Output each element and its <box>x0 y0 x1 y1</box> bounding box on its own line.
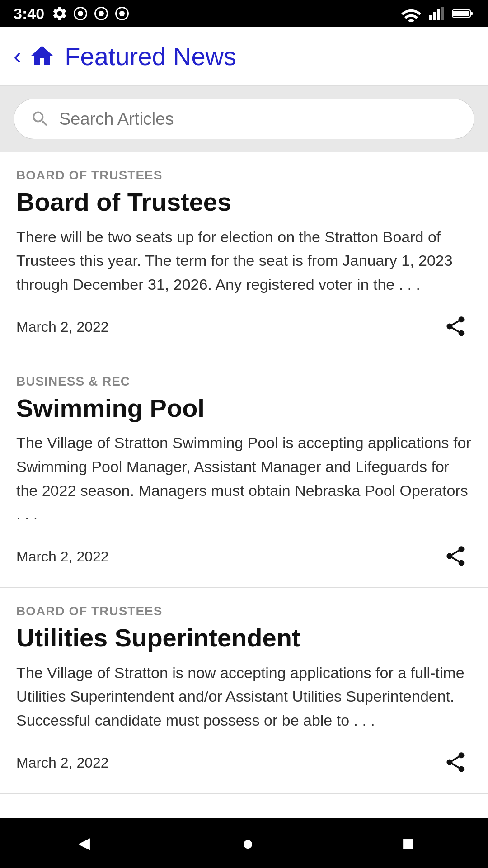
article-excerpt-2: The Village of Stratton Swimming Pool is… <box>16 431 472 526</box>
article-date-2: March 2, 2022 <box>16 548 109 565</box>
battery-icon <box>452 5 474 22</box>
article-title-2: Swimming Pool <box>16 394 472 422</box>
svg-rect-7 <box>433 12 436 20</box>
article-date-1: March 2, 2022 <box>16 319 109 335</box>
status-left: 3:40 <box>14 5 130 23</box>
settings-icon <box>52 5 68 22</box>
article-excerpt-1: There will be two seats up for election … <box>16 225 472 297</box>
article-category-2: BUSINESS & REC <box>16 374 472 389</box>
article-category-1: BOARD OF TRUSTEES <box>16 168 472 183</box>
back-button[interactable]: ‹ <box>14 42 21 70</box>
share-icon-3 <box>444 750 467 774</box>
article-date-3: March 2, 2022 <box>16 755 109 771</box>
bottom-nav: ◄ ● ■ <box>0 818 488 868</box>
search-container <box>0 86 488 152</box>
svg-point-1 <box>78 11 83 16</box>
nav-recents-icon: ■ <box>402 832 414 854</box>
article-card-2[interactable]: BUSINESS & REC Swimming Pool The Village… <box>0 358 488 588</box>
nav-back-icon: ◄ <box>74 832 94 854</box>
article-title-1: Board of Trustees <box>16 188 472 216</box>
share-icon-2 <box>444 544 467 568</box>
article-excerpt-3: The Village of Stratton is now accepting… <box>16 661 472 732</box>
music-icon-1 <box>72 5 89 22</box>
article-footer-2: March 2, 2022 <box>16 540 472 574</box>
nav-home-button[interactable]: ● <box>224 825 272 862</box>
home-icon[interactable] <box>28 42 56 70</box>
nav-back-button[interactable]: ◄ <box>56 825 112 862</box>
music-icon-2 <box>93 5 109 22</box>
article-footer-1: March 2, 2022 <box>16 310 472 344</box>
music-icon-3 <box>114 5 130 22</box>
svg-point-5 <box>119 11 125 16</box>
status-time: 3:40 <box>14 5 44 23</box>
share-button-1[interactable] <box>439 310 472 344</box>
header: ‹ Featured News <box>0 27 488 86</box>
article-title-3: Utilities Superintendent <box>16 624 472 652</box>
share-icon-1 <box>444 315 467 338</box>
article-category-3: BOARD OF TRUSTEES <box>16 604 472 618</box>
search-box[interactable] <box>14 99 474 139</box>
svg-point-3 <box>99 11 104 16</box>
svg-rect-12 <box>453 11 469 16</box>
page-title: Featured News <box>65 42 236 71</box>
svg-rect-9 <box>441 7 444 20</box>
nav-recents-button[interactable]: ■ <box>384 825 432 862</box>
article-card-3[interactable]: BOARD OF TRUSTEES Utilities Superintende… <box>0 588 488 794</box>
search-input[interactable] <box>59 109 458 129</box>
article-card-1[interactable]: BOARD OF TRUSTEES Board of Trustees Ther… <box>0 152 488 358</box>
svg-rect-11 <box>471 12 473 15</box>
status-icons <box>52 5 130 22</box>
search-icon <box>30 109 50 129</box>
nav-home-icon: ● <box>242 832 254 854</box>
svg-rect-8 <box>437 9 440 20</box>
article-footer-3: March 2, 2022 <box>16 746 472 780</box>
status-bar: 3:40 <box>0 0 488 27</box>
wifi-icon <box>401 5 421 22</box>
articles-list: BOARD OF TRUSTEES Board of Trustees Ther… <box>0 152 488 818</box>
share-button-2[interactable] <box>439 540 472 574</box>
share-button-3[interactable] <box>439 746 472 780</box>
svg-rect-6 <box>429 15 432 20</box>
signal-icon <box>427 5 446 22</box>
status-right <box>401 5 474 22</box>
